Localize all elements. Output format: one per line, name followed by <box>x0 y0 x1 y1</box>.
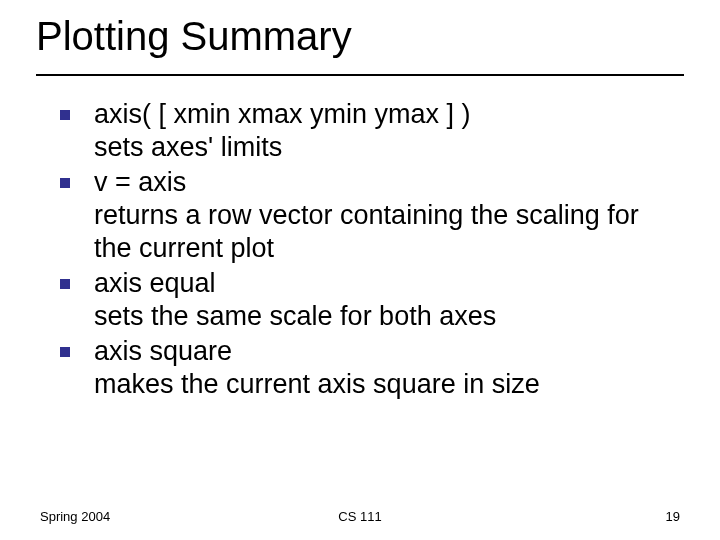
slide-body: axis( [ xmin xmax ymin ymax ] ) sets axe… <box>60 98 670 402</box>
bullet-lead: v = axis <box>94 167 186 197</box>
square-bullet-icon <box>60 279 70 289</box>
square-bullet-icon <box>60 347 70 357</box>
slide-footer: Spring 2004 CS 111 19 <box>0 504 720 524</box>
list-item: v = axis returns a row vector containing… <box>60 166 670 265</box>
bullet-lead: axis equal <box>94 268 216 298</box>
bullet-lead: axis square <box>94 336 232 366</box>
bullet-desc: makes the current axis square in size <box>94 369 540 399</box>
bullet-lead: axis( [ xmin xmax ymin ymax ] ) <box>94 99 471 129</box>
footer-page-number: 19 <box>666 509 680 524</box>
bullet-desc: returns a row vector containing the scal… <box>94 200 639 263</box>
slide-title: Plotting Summary <box>36 14 352 59</box>
list-item: axis( [ xmin xmax ymin ymax ] ) sets axe… <box>60 98 670 164</box>
square-bullet-icon <box>60 110 70 120</box>
list-item: axis equal sets the same scale for both … <box>60 267 670 333</box>
square-bullet-icon <box>60 178 70 188</box>
list-item: axis square makes the current axis squar… <box>60 335 670 401</box>
footer-center: CS 111 <box>0 509 720 524</box>
title-underline <box>36 74 684 76</box>
bullet-desc: sets the same scale for both axes <box>94 301 496 331</box>
slide: Plotting Summary axis( [ xmin xmax ymin … <box>0 0 720 540</box>
bullet-desc: sets axes' limits <box>94 132 282 162</box>
